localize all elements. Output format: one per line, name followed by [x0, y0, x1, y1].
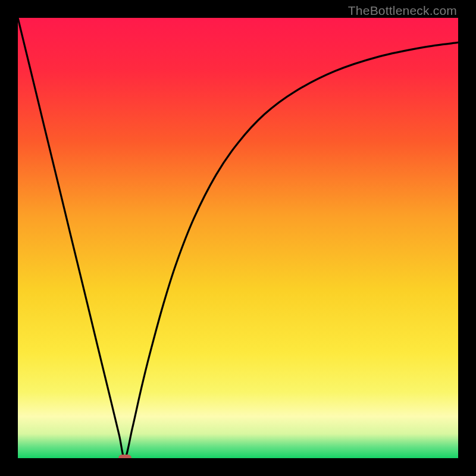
minimum-marker [118, 455, 131, 458]
chart-frame: TheBottleneck.com [0, 0, 476, 476]
watermark-text: TheBottleneck.com [348, 4, 457, 18]
plot-area [18, 18, 458, 458]
bottleneck-curve [18, 18, 458, 458]
curve-layer [18, 18, 458, 458]
